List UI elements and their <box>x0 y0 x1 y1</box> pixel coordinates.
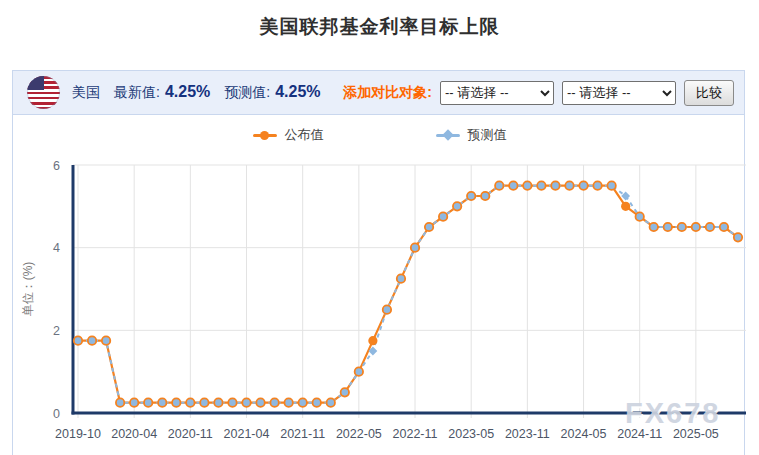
data-point <box>88 336 96 344</box>
data-point <box>678 223 686 231</box>
legend-label: 预测值 <box>468 126 507 144</box>
data-point <box>270 398 278 406</box>
data-point <box>650 223 658 231</box>
data-point <box>298 398 306 406</box>
chart-panel: 美国 最新值: 4.25% 预测值: 4.25% 添加对比对象: -- 请选择 … <box>12 70 745 455</box>
data-point <box>242 398 250 406</box>
data-point <box>551 181 559 189</box>
data-point <box>130 398 138 406</box>
compare-select-2[interactable]: -- 请选择 -- <box>562 81 676 105</box>
watermark: FX678 <box>625 397 720 430</box>
data-point <box>172 398 180 406</box>
data-point <box>284 398 292 406</box>
data-point <box>720 223 728 231</box>
data-point <box>579 181 587 189</box>
published-point <box>368 336 377 345</box>
x-tick-label: 2024-05 <box>561 427 607 441</box>
data-point <box>341 388 349 396</box>
gridlines <box>73 165 746 418</box>
data-point <box>144 398 152 406</box>
forecast-value: 4.25% <box>275 83 320 101</box>
page: 美国联邦基金利率目标上限 美国 最新值: 4.25% 预测值: 4.25% 添加… <box>0 0 759 455</box>
x-tick-label: 2021-04 <box>224 427 270 441</box>
header-bar: 美国 最新值: 4.25% 预测值: 4.25% 添加对比对象: -- 请选择 … <box>13 71 744 115</box>
data-point <box>116 398 124 406</box>
latest-label: 最新值: <box>114 84 160 102</box>
data-point <box>439 212 447 220</box>
latest-value: 4.25% <box>165 83 210 101</box>
data-point <box>256 398 264 406</box>
data-point <box>523 181 531 189</box>
data-point <box>467 192 475 200</box>
axes <box>72 165 747 415</box>
tick-labels: 2019-102020-042020-112021-042021-112022-… <box>21 159 719 442</box>
compare-button[interactable]: 比较 <box>684 80 734 106</box>
data-point <box>411 243 419 251</box>
data-point <box>186 398 194 406</box>
published-point <box>621 202 630 211</box>
diamond-marker-icon <box>442 129 453 140</box>
x-tick-label: 2023-05 <box>448 427 494 441</box>
forecast-value-pair: 预测值: 4.25% <box>224 83 320 102</box>
x-tick-label: 2020-11 <box>168 427 213 441</box>
y-tick-label: 6 <box>53 159 60 173</box>
y-tick-label: 4 <box>53 241 60 255</box>
us-flag-icon <box>27 76 60 109</box>
data-point <box>327 398 335 406</box>
data-point <box>664 223 672 231</box>
data-point <box>607 181 615 189</box>
circle-marker-icon <box>260 131 269 140</box>
y-tick-label: 0 <box>53 407 60 421</box>
data-point <box>397 274 405 282</box>
page-title: 美国联邦基金利率目标上限 <box>0 14 759 40</box>
data-point <box>481 192 489 200</box>
x-tick-label: 2019-10 <box>55 427 101 441</box>
data-point <box>228 398 236 406</box>
forecast-line-icon <box>436 134 460 137</box>
data-point <box>355 367 363 375</box>
compare-label: 添加对比对象: <box>343 84 432 102</box>
data-point <box>313 398 321 406</box>
data-point <box>537 181 545 189</box>
data-point <box>158 398 166 406</box>
x-tick-label: 2022-11 <box>393 427 438 441</box>
data-point <box>74 336 82 344</box>
data-point <box>692 223 700 231</box>
data-point <box>636 212 644 220</box>
data-point <box>383 305 391 313</box>
x-tick-label: 2020-04 <box>111 427 157 441</box>
x-tick-label: 2022-05 <box>336 427 382 441</box>
y-tick-label: 2 <box>53 324 60 338</box>
data-point <box>565 181 573 189</box>
x-tick-label: 2023-11 <box>505 427 550 441</box>
data-point <box>214 398 222 406</box>
compare-select-1[interactable]: -- 请选择 -- <box>440 81 554 105</box>
legend-label: 公布值 <box>285 126 324 144</box>
data-point <box>200 398 208 406</box>
y-axis-title: 单位：(%) <box>21 262 35 317</box>
data-point <box>734 233 742 241</box>
chart-legend: 公布值 预测值 <box>13 126 746 144</box>
data-point <box>453 202 461 210</box>
latest-value-pair: 最新值: 4.25% <box>114 83 210 102</box>
data-point-markers <box>74 181 742 406</box>
published-line-icon <box>253 134 277 137</box>
data-point <box>102 336 110 344</box>
data-point <box>425 223 433 231</box>
legend-item-forecast[interactable]: 预测值 <box>436 126 507 144</box>
data-point <box>509 181 517 189</box>
legend-item-published[interactable]: 公布值 <box>253 126 324 144</box>
country-name: 美国 <box>72 84 100 102</box>
forecast-label: 预测值: <box>224 84 270 102</box>
data-point <box>495 181 503 189</box>
data-point <box>593 181 601 189</box>
data-point <box>706 223 714 231</box>
x-tick-label: 2021-11 <box>280 427 325 441</box>
